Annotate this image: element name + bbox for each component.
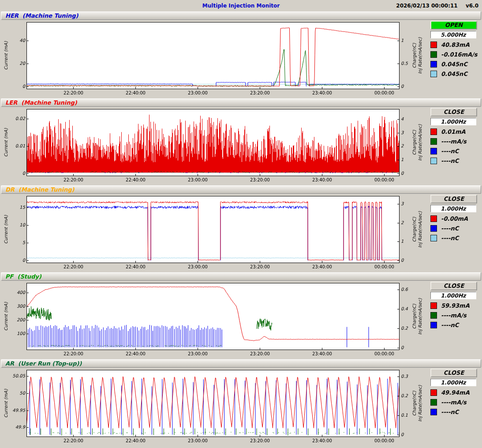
legend-value-rate: -0.016mA/s xyxy=(441,51,478,58)
legend-value-current: 49.94mA xyxy=(441,389,470,396)
legend-swatch-red xyxy=(430,215,437,222)
ar-rate-display: 1.000Hz xyxy=(430,379,476,386)
legend-row: ----nC xyxy=(430,147,479,154)
legend-swatch-green xyxy=(430,138,437,145)
pf-status-button[interactable]: CLOSE xyxy=(430,282,477,290)
legend-swatch-red xyxy=(430,128,437,135)
panel-pf: PF (Study) CLOSE 1.000Hz 59.93mA ----mA/… xyxy=(0,272,482,358)
legend-swatch-red xyxy=(430,302,437,309)
dr-titlebar: DR (Machine Tuning) xyxy=(1,185,481,194)
legend-value-charge2: 0.045nC xyxy=(441,71,467,77)
legend-value-charge2: ----nC xyxy=(441,235,459,241)
pf-side-column: CLOSE 1.000Hz 59.93mA ----mA/s ----nC xyxy=(425,281,479,328)
legend-swatch-red xyxy=(430,389,437,396)
pf-rate-display: 1.000Hz xyxy=(430,292,476,299)
legend-value-charge2: ----nC xyxy=(441,158,459,164)
her-status-button[interactable]: OPEN xyxy=(430,21,477,30)
legend-value-charge: ----nC xyxy=(441,322,459,328)
legend-value-rate: ----mA/s xyxy=(441,312,467,319)
pf-chart xyxy=(3,281,425,358)
legend-swatch-lightblue xyxy=(430,71,437,77)
legend-row: ----nC xyxy=(430,408,479,415)
ler-status-button[interactable]: CLOSE xyxy=(430,108,477,117)
legend-swatch-blue xyxy=(430,322,437,328)
ler-rate-display: 1.000Hz xyxy=(430,118,476,125)
legend-row: ----nC xyxy=(430,157,479,164)
ler-chart xyxy=(3,107,425,184)
legend-swatch-blue xyxy=(430,148,437,154)
legend-row: ----nC xyxy=(430,321,479,328)
legend-row: -0.00mA xyxy=(430,215,479,222)
legend-swatch-red xyxy=(430,41,437,48)
legend-row: 0.045nC xyxy=(430,70,479,77)
legend-value-rate: ----mA/s xyxy=(441,399,467,406)
panel-dr: DR (Machine Tuning) CLOSE 1.000Hz -0.00m… xyxy=(0,185,482,271)
legend-value-current: -0.00mA xyxy=(441,215,468,222)
legend-value-current: 40.83mA xyxy=(441,41,470,48)
legend-row: ----mA/s xyxy=(430,399,479,406)
legend-row: -0.016mA/s xyxy=(430,51,479,58)
dr-rate-display: 1.000Hz xyxy=(430,205,476,212)
legend-row: 0.01mA xyxy=(430,128,479,135)
header-version: v6.0 xyxy=(466,3,478,9)
ler-title: LER (Machine Tuning) xyxy=(5,99,77,106)
panel-ar: AR (User Run (Top-up)) CLOSE 1.000Hz 49.… xyxy=(0,359,482,445)
legend-value-charge: ----nC xyxy=(441,148,459,154)
ar-status-button[interactable]: CLOSE xyxy=(430,369,477,377)
panel-her: HER (Machine Tuning) OPEN 5.000Hz 40.83m… xyxy=(0,11,482,98)
legend-row: ----mA/s xyxy=(430,312,479,319)
legend-swatch-blue xyxy=(430,225,437,232)
legend-row: 40.83mA xyxy=(430,41,479,48)
legend-value-current: 59.93mA xyxy=(441,302,470,309)
her-titlebar: HER (Machine Tuning) xyxy=(1,11,481,20)
pf-titlebar: PF (Study) xyxy=(1,272,481,281)
legend-swatch-green xyxy=(430,312,437,319)
ar-title: AR (User Run (Top-up)) xyxy=(5,360,82,367)
ler-side-column: CLOSE 1.000Hz 0.01mA ----mA/s ----nC ---… xyxy=(425,107,479,164)
her-side-column: OPEN 5.000Hz 40.83mA -0.016mA/s 0.045nC … xyxy=(425,20,479,77)
legend-row: 49.94mA xyxy=(430,389,479,396)
header-timestamp: 2026/02/13 00:00:11 xyxy=(396,3,457,9)
legend-swatch-blue xyxy=(430,61,437,68)
legend-swatch-lightblue xyxy=(430,235,437,241)
legend-row: ----mA/s xyxy=(430,138,479,145)
dr-status-button[interactable]: CLOSE xyxy=(430,195,477,203)
legend-value-charge: 0.045nC xyxy=(441,61,467,68)
ar-chart xyxy=(3,368,425,445)
dr-title: DR (Machine Tuning) xyxy=(5,186,74,193)
dr-chart xyxy=(3,194,425,271)
header-right: 2026/02/13 00:00:11 v6.0 xyxy=(396,3,478,9)
her-chart xyxy=(3,20,425,98)
legend-swatch-blue xyxy=(430,409,437,415)
dr-side-column: CLOSE 1.000Hz -0.00mA ----nC ----nC xyxy=(425,194,479,241)
legend-swatch-green xyxy=(430,51,437,58)
legend-value-charge: ----nC xyxy=(441,225,459,232)
legend-swatch-green xyxy=(430,399,437,406)
her-rate-display: 5.000Hz xyxy=(430,31,476,38)
legend-row: ----nC xyxy=(430,225,479,232)
panel-ler: LER (Machine Tuning) CLOSE 1.000Hz 0.01m… xyxy=(0,98,482,184)
pf-title: PF (Study) xyxy=(5,273,41,280)
legend-value-charge: ----nC xyxy=(441,409,459,415)
legend-value-rate: ----mA/s xyxy=(441,138,467,145)
legend-row: 0.045nC xyxy=(430,60,479,68)
ar-side-column: CLOSE 1.000Hz 49.94mA ----mA/s ----nC xyxy=(425,368,479,415)
legend-row: ----nC xyxy=(430,234,479,241)
legend-swatch-lightblue xyxy=(430,158,437,164)
legend-row: 59.93mA xyxy=(430,302,479,309)
her-title: HER (Machine Tuning) xyxy=(5,12,78,19)
ar-titlebar: AR (User Run (Top-up)) xyxy=(1,359,481,368)
app-header: Multiple Injection Monitor 2026/02/13 00… xyxy=(0,0,482,11)
legend-value-current: 0.01mA xyxy=(441,128,466,135)
ler-titlebar: LER (Machine Tuning) xyxy=(1,98,481,107)
